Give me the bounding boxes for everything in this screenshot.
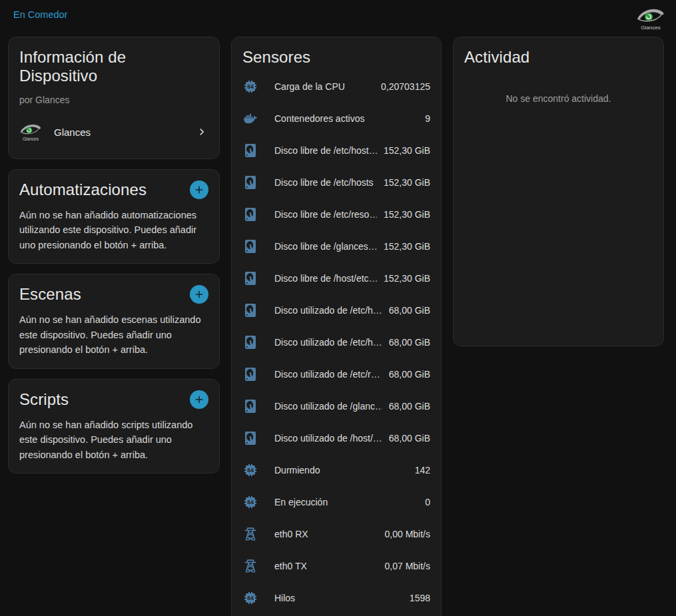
sensor-value: 152,30 GiB (384, 145, 430, 156)
harddisk-icon (242, 430, 258, 446)
glances-logo: Glances (19, 122, 42, 142)
harddisk-icon (242, 302, 258, 318)
sensor-row[interactable]: Disco utilizado de /host/… 68,00 GiB (242, 422, 430, 454)
harddisk-icon (242, 366, 258, 382)
sensor-name: Hilos (274, 593, 403, 603)
sensor-value: 152,30 GiB (384, 241, 430, 252)
sensor-row[interactable]: En ejecución 0 (242, 486, 430, 518)
activity-title: Actividad (464, 48, 653, 67)
sensor-row[interactable]: Carga de la CPU 0,20703125 (242, 71, 430, 103)
sensor-row[interactable]: Durmiendo 142 (242, 454, 430, 486)
sensor-value: 152,30 GiB (384, 177, 430, 188)
add-automation-button[interactable] (190, 180, 208, 199)
glances-logo: Glances (636, 6, 665, 31)
glances-logo-wordmark: Glances (23, 137, 39, 142)
content-columns: Información de Dispositivo por Glances G… (0, 37, 676, 616)
sensor-row[interactable]: Disco libre de /etc/hosts 152,30 GiB (242, 166, 430, 198)
chevron-right-icon (195, 125, 208, 139)
sensor-name: eth0 RX (274, 529, 378, 539)
harddisk-icon (242, 174, 258, 190)
sensor-name: Disco utilizado de /etc/h… (274, 337, 382, 348)
add-scene-button[interactable] (190, 285, 208, 304)
transmission-tower-icon (242, 558, 258, 574)
sensor-name: En ejecución (274, 497, 418, 507)
sensor-value: 68,00 GiB (389, 337, 430, 348)
sensor-value: 68,00 GiB (389, 369, 430, 380)
plus-icon (193, 288, 205, 300)
sensor-value: 0,20703125 (381, 81, 430, 92)
glances-eye-icon (636, 6, 665, 25)
scenes-empty-text: Aún no se han añadido escenas utilizando… (19, 312, 208, 357)
sensor-row[interactable]: Disco libre de /etc/reso… 152,30 GiB (242, 198, 430, 230)
plus-icon (193, 184, 205, 196)
automations-card: Automatizaciones Aún no se han añadido a… (8, 169, 220, 264)
activity-empty-text: No se encontró actividad. (464, 93, 653, 104)
sensor-name: Disco libre de /etc/host… (274, 145, 377, 156)
sensor-value: 9 (425, 113, 430, 124)
scripts-title: Scripts (19, 390, 69, 409)
activity-card: Actividad No se encontró actividad. (453, 37, 664, 346)
device-info-card: Información de Dispositivo por Glances G… (8, 37, 220, 159)
sensor-value: 68,00 GiB (389, 433, 430, 444)
automations-title: Automatizaciones (19, 180, 147, 199)
harddisk-icon (242, 334, 258, 350)
cpu-64-bit-icon (242, 79, 258, 95)
sensor-row[interactable]: Disco libre de /etc/host… 152,30 GiB (242, 135, 430, 166)
sensors-card: Sensores Carga de la CPU 0,20703125 Cont… (231, 37, 442, 616)
harddisk-icon (242, 143, 258, 158)
sensor-row[interactable]: Disco libre de /glances… 152,30 GiB (242, 230, 430, 262)
sensor-row[interactable]: Disco libre de /host/etc… 152,30 GiB (242, 262, 430, 294)
sensor-value: 0,07 Mbit/s (385, 561, 430, 571)
sensor-name: Contenedores activos (274, 113, 418, 124)
device-info-subtitle: por Glances (19, 95, 208, 105)
harddisk-icon (242, 206, 258, 222)
harddisk-icon (242, 238, 258, 254)
sensor-value: 68,00 GiB (389, 401, 430, 412)
sensor-name: eth0 TX (274, 561, 378, 571)
sensor-value: 0 (425, 497, 430, 507)
sensor-name: Disco libre de /glances… (274, 241, 377, 252)
scenes-title: Escenas (19, 285, 81, 304)
page-header: En Comedor Glances (0, 0, 676, 37)
sensor-list: Carga de la CPU 0,20703125 Contenedores … (242, 71, 430, 614)
cpu-64-bit-icon (242, 462, 258, 478)
sensor-row[interactable]: Disco utilizado de /etc/h… 68,00 GiB (242, 294, 430, 326)
sensor-row[interactable]: Disco utilizado de /glanc… 68,00 GiB (242, 390, 430, 422)
sensor-row[interactable]: Contenedores activos 9 (242, 103, 430, 135)
sensor-name: Disco utilizado de /glanc… (274, 401, 382, 412)
sensor-row[interactable]: Hilos 1598 (242, 582, 430, 614)
sensor-row[interactable]: eth0 RX 0,00 Mbit/s (242, 518, 430, 550)
sensor-value: 1598 (410, 593, 430, 603)
plus-icon (193, 394, 205, 406)
glances-logo-wordmark: Glances (641, 25, 660, 31)
sensor-name: Durmiendo (274, 465, 408, 475)
sensor-row[interactable]: Disco utilizado de /etc/r… 68,00 GiB (242, 358, 430, 390)
automations-empty-text: Aún no se han añadido automatizaciones u… (19, 208, 208, 252)
sensor-row[interactable]: Disco utilizado de /etc/h… 68,00 GiB (242, 326, 430, 358)
device-info-title: Información de Dispositivo (19, 48, 208, 85)
glances-eye-icon (19, 122, 42, 137)
add-script-button[interactable] (190, 390, 208, 409)
sensor-name: Disco libre de /etc/hosts (274, 177, 377, 188)
cpu-64-bit-icon (242, 590, 258, 606)
scripts-card: Scripts Aún no se han añadido scripts ut… (8, 379, 220, 473)
sensor-row[interactable]: eth0 TX 0,07 Mbit/s (242, 550, 430, 582)
integration-row-glances[interactable]: Glances Glances (19, 116, 208, 148)
right-column: Actividad No se encontró actividad. (453, 37, 664, 346)
sensor-name: Disco utilizado de /etc/r… (274, 369, 382, 380)
integration-name: Glances (54, 127, 195, 138)
sensors-title: Sensores (242, 48, 430, 67)
cpu-64-bit-icon (242, 494, 258, 510)
sensor-value: 0,00 Mbit/s (385, 529, 430, 539)
sensor-value: 142 (415, 465, 430, 475)
transmission-tower-icon (242, 526, 258, 542)
scripts-empty-text: Aún no se han añadido scripts utilizando… (19, 418, 208, 462)
sensor-name: Carga de la CPU (274, 81, 374, 92)
sensor-name: Disco utilizado de /host/… (274, 433, 382, 444)
breadcrumb-area-link[interactable]: En Comedor (13, 9, 67, 20)
sensor-name: Disco libre de /host/etc… (274, 273, 377, 284)
harddisk-icon (242, 398, 258, 414)
sensor-name: Disco utilizado de /etc/h… (274, 305, 382, 316)
sensor-value: 152,30 GiB (384, 209, 430, 220)
scenes-card: Escenas Aún no se han añadido escenas ut… (8, 274, 220, 368)
